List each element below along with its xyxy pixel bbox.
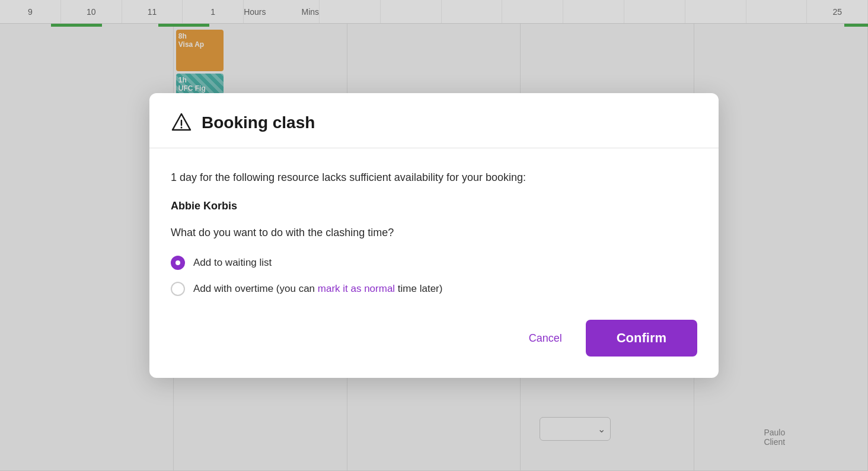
- radio-group: Add to waiting list Add with overtime (y…: [171, 256, 697, 296]
- radio-circle-1: [171, 256, 185, 270]
- radio-option-overtime[interactable]: Add with overtime (you can mark it as no…: [171, 282, 697, 296]
- modal-question: What do you want to do with the clashing…: [171, 227, 697, 239]
- radio-label-1: Add to waiting list: [193, 257, 272, 269]
- radio-option-waiting-list[interactable]: Add to waiting list: [171, 256, 697, 270]
- radio-label-2: Add with overtime (you can mark it as no…: [193, 283, 442, 295]
- svg-point-1: [181, 127, 183, 129]
- cancel-button[interactable]: Cancel: [519, 325, 572, 352]
- radio-label-2-prefix: Add with overtime (you can: [193, 283, 318, 294]
- modal-title: Booking clash: [202, 113, 315, 132]
- resource-name: Abbie Korbis: [171, 200, 697, 212]
- confirm-button[interactable]: Confirm: [586, 320, 697, 357]
- modal-footer: Cancel Confirm: [149, 310, 719, 378]
- mark-normal-link[interactable]: mark it as normal: [318, 283, 395, 294]
- radio-circle-2: [171, 282, 185, 296]
- modal-description: 1 day for the following resource lacks s…: [171, 170, 697, 186]
- modal-body: 1 day for the following resource lacks s…: [149, 148, 719, 310]
- modal-header: Booking clash: [149, 93, 719, 148]
- warning-icon: [171, 112, 192, 133]
- radio-label-2-suffix: time later): [395, 283, 442, 294]
- booking-clash-modal: Booking clash 1 day for the following re…: [149, 93, 719, 378]
- modal-overlay: Booking clash 1 day for the following re…: [0, 0, 868, 471]
